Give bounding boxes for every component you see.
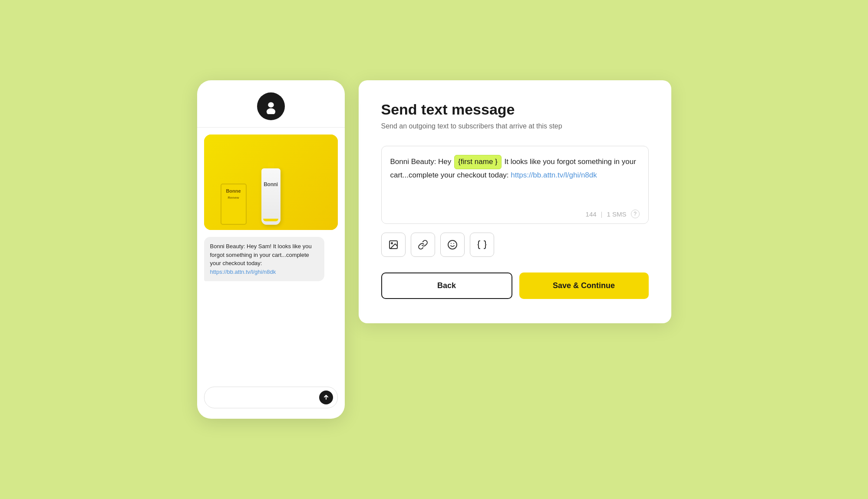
page-container: Bonne Renew Bonni: [0, 63, 868, 436]
first-name-variable-tag[interactable]: {first name }: [454, 155, 502, 169]
sms-count: 1 SMS: [607, 210, 626, 218]
message-link[interactable]: https://bb.attn.tv/l/ghi/n8dk: [511, 171, 597, 179]
char-count: 144: [586, 210, 597, 218]
avatar: [257, 92, 285, 120]
message-editor[interactable]: Bonni Beauty: Hey {first name } It looks…: [381, 146, 649, 224]
link-button[interactable]: [411, 233, 435, 257]
product-brand-label: Bonni: [261, 181, 281, 187]
image-button[interactable]: [381, 233, 406, 257]
phone-message-link[interactable]: https://bb.attn.tv/l/ghi/n8dk: [210, 269, 276, 275]
message-meta: 144 | 1 SMS ?: [390, 205, 640, 218]
phone-message-bubble: Bonni Beauty: Hey Sam! It looks like you…: [204, 237, 324, 281]
right-panel: Send text message Send an outgoing text …: [359, 80, 671, 323]
svg-point-5: [448, 240, 457, 249]
phone-input-bar: [204, 387, 338, 408]
panel-subtitle: Send an outgoing text to subscribers tha…: [381, 122, 649, 130]
emoji-button[interactable]: [440, 233, 465, 257]
svg-point-1: [268, 102, 274, 107]
meta-divider: |: [601, 210, 603, 218]
back-button[interactable]: Back: [381, 272, 512, 299]
phone-send-button[interactable]: [319, 391, 333, 404]
phone-content: Bonne Renew Bonni: [197, 128, 345, 380]
panel-title: Send text message: [381, 101, 649, 118]
phone-message-text: Bonni Beauty: Hey Sam! It looks like you…: [210, 243, 312, 266]
phone-mockup: Bonne Renew Bonni: [197, 80, 345, 419]
message-prefix: Bonni Beauty: Hey: [390, 158, 454, 166]
editor-toolbar: [381, 233, 649, 257]
product-image: Bonne Renew Bonni: [204, 135, 338, 230]
panel-actions: Back Save & Continue: [381, 272, 649, 299]
phone-input[interactable]: [211, 394, 319, 401]
variable-button[interactable]: [470, 233, 494, 257]
message-editor-text: Bonni Beauty: Hey {first name } It looks…: [390, 155, 640, 205]
svg-point-4: [391, 243, 393, 244]
phone-footer: [197, 380, 345, 408]
save-continue-button[interactable]: Save & Continue: [519, 272, 649, 299]
phone-header: [197, 80, 345, 128]
help-icon[interactable]: ?: [631, 210, 640, 218]
